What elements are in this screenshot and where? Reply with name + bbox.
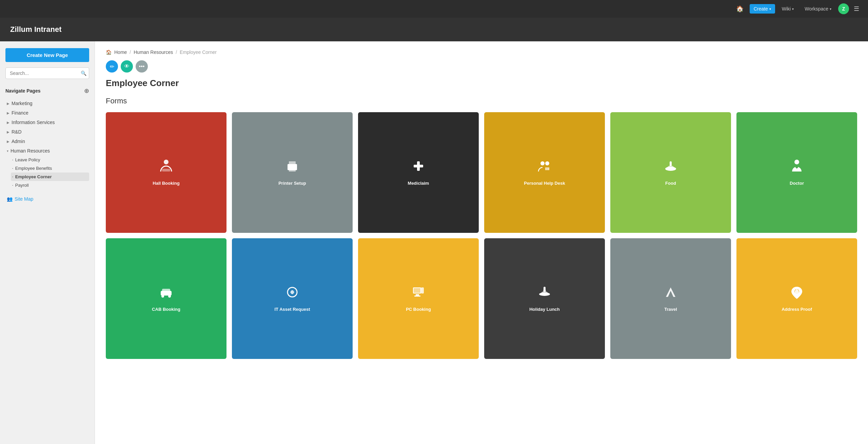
form-card-holiday[interactable]: Holiday Lunch [484,238,605,359]
sidebar-item-finance[interactable]: ▶ Finance [5,108,89,118]
sidebar-item-label: Marketing [12,101,32,106]
wiki-button[interactable]: Wiki ▾ [778,4,798,14]
search-input[interactable] [5,67,89,79]
svg-rect-1 [162,169,170,171]
sidebar-item-admin[interactable]: ▶ Admin [5,137,89,146]
form-card-food[interactable]: Food [610,112,731,233]
site-map-link[interactable]: 👥 Site Map [5,195,89,203]
svg-rect-23 [416,294,419,296]
avatar[interactable]: Z [838,3,849,14]
sidebar-sub-item-label: Employee Corner [15,174,52,179]
sidebar-item-employee-benefits[interactable]: • Employee Benefits [11,164,89,173]
chevron-right-icon: ▶ [7,111,9,115]
more-options-button[interactable]: ••• [136,60,148,73]
bullet-icon: • [12,175,13,178]
wiki-label: Wiki [782,6,791,12]
sidebar-item-rd[interactable]: ▶ R&D [5,127,89,137]
chevron-right-icon: ▶ [7,102,9,105]
svg-rect-3 [289,161,296,165]
svg-rect-6 [414,165,423,167]
breadcrumb-home[interactable]: Home [114,49,127,55]
create-caret-icon: ▾ [769,7,771,11]
form-card-label: IT Asset Request [275,307,310,312]
workspace-label: Workspace [805,6,828,12]
form-card-label: Doctor [790,181,804,186]
bullet-icon: • [12,167,13,170]
form-card-mediclaim[interactable]: Mediclaim [358,112,479,233]
pc-booking-icon [411,285,426,303]
sidebar-sub-item-label: Leave Policy [15,157,40,162]
sidebar-item-employee-corner[interactable]: • Employee Corner [11,173,89,181]
sidebar-sub-item-label: Payroll [15,183,29,188]
search-icon-button[interactable]: 🔍 [81,70,86,76]
cab-booking-icon [159,285,174,303]
chevron-right-icon: ▶ [7,130,9,134]
wiki-caret-icon: ▾ [792,7,794,11]
svg-rect-31 [795,291,799,294]
sidebar-item-payroll[interactable]: • Payroll [11,181,89,189]
hamburger-button[interactable]: ☰ [852,3,861,15]
top-nav: 🏠 Create ▾ Wiki ▾ Workspace ▾ Z ☰ [0,0,868,18]
sidebar-item-human-resources[interactable]: ▾ Human Resources [5,146,89,156]
svg-point-18 [168,295,171,298]
svg-rect-11 [670,161,672,166]
create-new-page-button[interactable]: Create New Page [5,48,89,62]
form-card-doctor[interactable]: Doctor [736,112,857,233]
svg-rect-22 [421,287,424,294]
site-map-label: Site Map [15,196,33,202]
form-card-pcbooking[interactable]: PC Booking [358,238,479,359]
form-card-label: Mediclaim [408,181,429,186]
form-card-cab[interactable]: CAB Booking [106,238,226,359]
doctor-icon [789,159,804,177]
svg-text:!: ! [547,167,547,170]
chevron-right-icon: ▶ [7,140,9,143]
view-button[interactable]: 👁 [121,60,133,73]
navigate-pages-header: Navigate Pages ⊕ [5,87,89,95]
create-button[interactable]: Create ▾ [750,4,775,14]
sidebar-item-leave-policy[interactable]: • Leave Policy [11,156,89,164]
bullet-icon: • [12,158,13,161]
create-label: Create [754,6,768,12]
form-card-helpdesk[interactable]: ! Personal Help Desk [484,112,605,233]
svg-point-0 [164,160,169,164]
workspace-caret-icon: ▾ [830,7,831,11]
form-card-label: PC Booking [406,307,431,312]
form-card-itasset[interactable]: IT Asset Request [232,238,353,359]
sidebar-item-marketing[interactable]: ▶ Marketing [5,99,89,108]
page-title: Employee Corner [106,78,857,88]
forms-section-title: Forms [106,97,857,105]
hr-sub-nav: • Leave Policy • Employee Benefits • Emp… [5,156,89,189]
svg-rect-14 [796,166,797,168]
workspace-button[interactable]: Workspace ▾ [801,4,835,14]
personal-help-desk-icon: ! [537,159,552,177]
edit-button[interactable]: ✏ [106,60,118,73]
svg-rect-24 [414,296,420,297]
svg-rect-4 [289,168,296,171]
breadcrumb-parent[interactable]: Human Resources [134,49,173,55]
sidebar-item-information-services[interactable]: ▶ Information Services [5,118,89,127]
sidebar: Create New Page 🔍 Navigate Pages ⊕ ▶ Mar… [0,41,95,444]
form-card-printer[interactable]: Printer Setup [232,112,353,233]
forms-grid: Hall Booking Printer Setup [106,112,857,359]
sidebar-item-label: Human Resources [11,148,50,154]
navigate-pages-title: Navigate Pages [5,88,41,94]
form-card-hall[interactable]: Hall Booking [106,112,226,233]
form-card-address[interactable]: Address Proof [736,238,857,359]
search-wrap: 🔍 [5,67,89,79]
main-content: 🏠 Home / Human Resources / Employee Corn… [95,41,868,444]
svg-point-8 [545,161,549,165]
nav-add-button[interactable]: ⊕ [84,87,89,95]
sidebar-item-label: Information Services [12,120,55,125]
it-asset-request-icon [285,285,300,303]
svg-point-7 [540,161,545,165]
address-proof-icon [789,285,804,303]
breadcrumb-sep: / [130,49,131,55]
sitemap-icon: 👥 [7,196,13,202]
app-title: Zillum Intranet [10,25,62,34]
form-card-label: Holiday Lunch [529,307,560,312]
home-button[interactable]: 🏠 [733,3,747,15]
form-card-travel[interactable]: Travel [610,238,731,359]
svg-point-27 [543,289,546,292]
breadcrumb: 🏠 Home / Human Resources / Employee Corn… [106,49,857,55]
form-card-label: Personal Help Desk [524,181,565,186]
